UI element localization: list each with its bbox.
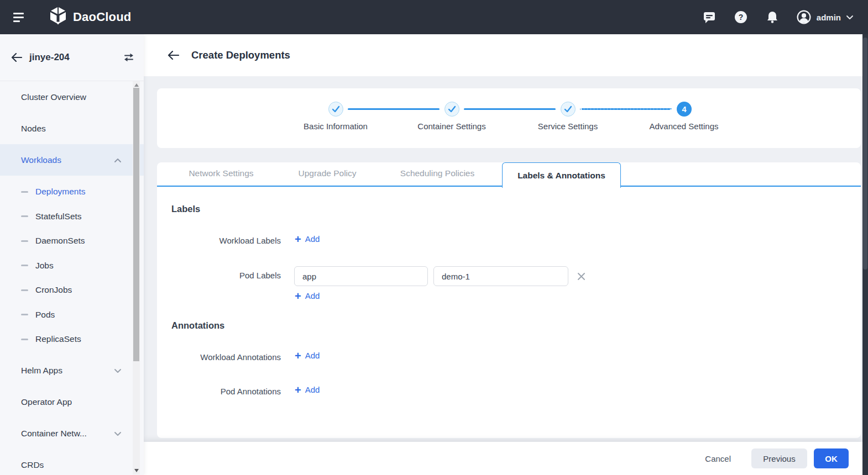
scroll-up-arrow[interactable] [134, 83, 139, 87]
step-connector [348, 108, 440, 110]
sidebar-item-label: Helm Apps [21, 366, 62, 376]
step-label-basic-information: Basic Information [280, 122, 391, 131]
sidebar-item-operator-app[interactable]: Operator App [0, 387, 144, 418]
refresh-icon[interactable] [123, 51, 135, 64]
user-menu[interactable]: admin [796, 9, 854, 25]
remove-pod-label-icon[interactable] [576, 271, 586, 281]
sidebar-item-helm-apps[interactable]: Helm Apps [0, 355, 144, 387]
workload-annotations-label: Workload Annotations [171, 352, 281, 362]
sidebar-item-deployments[interactable]: Deployments [0, 180, 144, 204]
workloads-sublist: Deployments StatefulSets DaemonSets Jobs… [0, 176, 144, 352]
pod-labels-add-button[interactable]: + Add [295, 291, 320, 300]
sidebar-item-container-network[interactable]: Container Netw... [0, 418, 144, 450]
tab-labels-annotations[interactable]: Labels & Annotations [502, 162, 621, 188]
step-1-done-icon [328, 102, 343, 117]
sidebar-item-label: Operator App [21, 397, 72, 407]
sidebar-item-daemonsets[interactable]: DaemonSets [0, 229, 144, 254]
workload-annotations-add-button[interactable]: + Add [295, 351, 320, 360]
tab-upgrade-policy[interactable]: Upgrade Policy [298, 168, 356, 178]
sidebar-item-label: Nodes [21, 124, 46, 134]
dash-icon [21, 191, 28, 193]
dash-icon [21, 289, 28, 291]
page-title: Create Deployments [191, 49, 290, 61]
back-icon[interactable] [168, 51, 179, 60]
topbar-actions: ? admin [702, 9, 854, 25]
footer-bar: Cancel Previous OK [144, 442, 862, 475]
step-connector [464, 108, 556, 110]
chevron-up-icon [114, 155, 122, 165]
chevron-down-icon [846, 12, 854, 22]
pod-annotations-add-button[interactable]: + Add [295, 385, 320, 394]
labels-section-title: Labels [171, 204, 200, 214]
chevron-down-icon [114, 366, 122, 376]
tab-label: Labels & Annotations [517, 171, 605, 181]
sidebar-item-label: Jobs [35, 261, 54, 271]
sidebar-item-workloads[interactable]: Workloads [0, 144, 144, 176]
menu-icon[interactable] [13, 13, 24, 22]
user-name: admin [817, 13, 841, 22]
sidebar-item-replicasets[interactable]: ReplicaSets [0, 327, 144, 352]
step-number: 4 [682, 105, 686, 114]
page-scrollbar-thumb[interactable] [863, 38, 867, 270]
sidebar-item-label: CronJobs [35, 285, 72, 295]
sidebar-item-label: ReplicaSets [35, 334, 81, 344]
sidebar-header: jinye-204 [0, 34, 144, 81]
ok-button[interactable]: OK [814, 448, 849, 468]
help-icon[interactable]: ? [733, 9, 749, 25]
pod-label-key-input[interactable] [294, 266, 428, 286]
sidebar-item-label: CRDs [21, 460, 44, 470]
bell-icon[interactable] [765, 9, 780, 25]
sidebar-item-label: Cluster Overview [21, 92, 86, 102]
plus-icon: + [295, 351, 301, 360]
previous-button[interactable]: Previous [751, 448, 807, 468]
pod-label-value-input[interactable] [433, 266, 568, 286]
sidebar-item-label: Container Netw... [21, 429, 87, 439]
page-header: Create Deployments [144, 34, 862, 76]
add-label: Add [305, 385, 320, 394]
dash-icon [21, 240, 28, 242]
sidebar-item-cluster-overview[interactable]: Cluster Overview [0, 81, 144, 113]
scroll-down-arrow[interactable] [134, 469, 139, 472]
sidebar-scrollbar-thumb[interactable] [133, 88, 139, 361]
sidebar-item-nodes[interactable]: Nodes [0, 113, 144, 144]
sidebar-item-jobs[interactable]: Jobs [0, 254, 144, 278]
sidebar-item-label: Pods [35, 310, 55, 320]
sidebar-item-label: StatefulSets [35, 212, 82, 221]
main-area: Create Deployments 4 Basic Information C… [144, 34, 862, 475]
tab-network-settings[interactable]: Network Settings [189, 168, 253, 178]
brand-logo[interactable]: DaoCloud [49, 7, 131, 28]
add-label: Add [305, 351, 320, 360]
settings-card: Network Settings Upgrade Policy Scheduli… [157, 162, 861, 438]
stepper-card: 4 Basic Information Container Settings S… [157, 88, 861, 148]
tab-scheduling-policies[interactable]: Scheduling Policies [400, 168, 474, 178]
chat-icon[interactable] [702, 9, 717, 25]
cluster-name: jinye-204 [29, 52, 123, 63]
plus-icon: + [295, 292, 301, 300]
step-3-done-icon [561, 102, 576, 117]
step-connector-dotted [580, 108, 672, 110]
sidebar-menu: Cluster Overview Nodes Workloads Deploym… [0, 81, 144, 474]
step-label-service-settings: Service Settings [513, 122, 623, 131]
sidebar-item-statefulsets[interactable]: StatefulSets [0, 204, 144, 229]
pod-labels-label: Pod Labels [171, 271, 281, 280]
sidebar-scrollbar[interactable] [133, 81, 140, 474]
sidebar-item-cronjobs[interactable]: CronJobs [0, 278, 144, 303]
dash-icon [21, 314, 28, 315]
chevron-down-icon [114, 429, 122, 439]
step-2-done-icon [445, 102, 459, 117]
brand-name: DaoCloud [73, 10, 131, 24]
sidebar-item-label: Deployments [35, 187, 85, 197]
topbar: DaoCloud ? [0, 0, 868, 34]
avatar [796, 9, 812, 25]
step-label-advanced-settings: Advanced Settings [629, 122, 739, 131]
add-label: Add [305, 291, 320, 300]
cancel-button[interactable]: Cancel [703, 450, 733, 468]
back-icon[interactable] [11, 53, 22, 62]
sidebar-item-pods[interactable]: Pods [0, 303, 144, 328]
pod-annotations-label: Pod Annotations [171, 387, 281, 396]
page-scrollbar[interactable] [862, 34, 868, 475]
tab-bar: Network Settings Upgrade Policy Scheduli… [157, 162, 861, 188]
sidebar-item-crds[interactable]: CRDs [0, 450, 144, 475]
workload-labels-add-button[interactable]: + Add [295, 234, 320, 244]
workload-labels-label: Workload Labels [171, 236, 281, 245]
